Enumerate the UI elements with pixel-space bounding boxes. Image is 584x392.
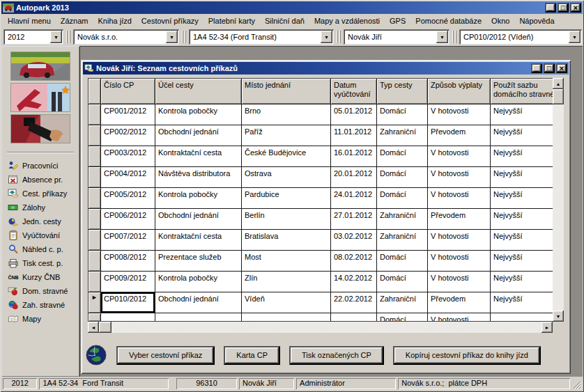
cell-zpusob-vyplaty[interactable]: V hotovosti: [428, 188, 491, 209]
menu-item-gps[interactable]: GPS: [385, 15, 410, 26]
sidebar-item-cest-prikazy[interactable]: Cest. příkazy: [1, 187, 79, 201]
cell-datum[interactable]: 14.02.2012: [331, 272, 377, 292]
cell-zpusob-vyplaty[interactable]: V hotovosti: [428, 251, 491, 272]
chevron-down-icon[interactable]: ▼: [166, 31, 178, 43]
cell-zpusob-vyplaty[interactable]: Převodem: [428, 292, 491, 313]
year-combo[interactable]: 2012 ▼: [3, 29, 63, 45]
cell-misto-jednani[interactable]: Zlín: [242, 272, 331, 292]
company-combo[interactable]: Novák s.r.o. ▼: [73, 29, 179, 45]
cell-cislo-cp[interactable]: CP005/2012: [101, 188, 155, 209]
scroll-left-icon[interactable]: ◄: [88, 322, 99, 333]
cell-misto-jednani[interactable]: Brno: [242, 104, 331, 125]
cell-zpusob-vyplaty[interactable]: V hotovosti: [428, 272, 491, 292]
vyber-cestovni-prikaz-button[interactable]: Vyber cestovní příkaz: [116, 346, 215, 365]
cell-cislo-cp[interactable]: CP003/2012: [101, 146, 155, 167]
header-datum-vyuctovani[interactable]: Datum vyúčtování: [331, 79, 377, 104]
sidebar-item-jedn-cesty[interactable]: Jedn. cesty: [1, 214, 79, 228]
cell-datum[interactable]: 20.01.2012: [331, 167, 377, 188]
close-icon[interactable]: ×: [570, 3, 581, 13]
cell-cislo-cp[interactable]: CP001/2012: [101, 104, 155, 125]
cell-ucel-cesty[interactable]: Kontraktační cesta: [155, 230, 242, 251]
sidebar-item-kurzy-cnb[interactable]: ČNB Kurzy ČNB: [1, 270, 79, 284]
cell-ucel-cesty[interactable]: Kontrola pobočky: [155, 104, 242, 125]
row-selector[interactable]: [89, 104, 101, 125]
row-selector[interactable]: [89, 188, 101, 209]
sidebar-item-zah-stravne[interactable]: Zah. stravné: [1, 298, 79, 312]
cell-datum[interactable]: 16.01.2012: [331, 146, 377, 167]
cell-ucel-cesty[interactable]: Prezentace služeb: [155, 251, 242, 272]
sidebar-item-dom-stravne[interactable]: Dom. stravné: [1, 284, 79, 298]
horizontal-scroll-track[interactable]: [112, 322, 541, 333]
menu-item-napoveda[interactable]: Nápověda: [514, 15, 559, 26]
menu-item-kniha-jizd[interactable]: Kniha jízd: [93, 15, 137, 26]
close-icon[interactable]: ×: [556, 63, 567, 73]
sidebar-item-zalohy[interactable]: Zálohy: [1, 201, 79, 214]
header-ucel-cesty[interactable]: Účel cesty: [155, 79, 242, 104]
table-row[interactable]: CP004/2012Návštěva distributoraOstrava20…: [89, 167, 564, 188]
cell-typ-cesty[interactable]: Domácí: [377, 188, 428, 209]
sidebar-item-mapy[interactable]: Mapy: [1, 312, 79, 326]
table-row[interactable]: CP008/2012Prezentace služebMost08.02.201…: [89, 251, 564, 272]
header-cislo-cp[interactable]: Číslo CP: [101, 79, 155, 104]
sidebar-item-tisk[interactable]: Tisk cest. p.: [1, 256, 79, 270]
menu-item-pomocne-databaze[interactable]: Pomocné databáze: [410, 15, 486, 26]
menu-item-platebni-karty[interactable]: Platební karty: [203, 15, 260, 26]
chevron-down-icon[interactable]: ▼: [569, 31, 581, 43]
cell-zpusob-vyplaty[interactable]: Převodem: [428, 125, 491, 146]
table-row-selected[interactable]: ►CP010/2012Obchodní jednáníVídeň22.02.20…: [89, 292, 564, 313]
cell-zpusob-vyplaty[interactable]: Převodem: [428, 209, 491, 230]
driver-combo[interactable]: Novák Jiří ▼: [344, 29, 449, 45]
menu-item-silnicni-dan[interactable]: Silniční daň: [260, 15, 309, 26]
karta-cp-button[interactable]: Karta CP: [224, 346, 280, 365]
row-selector[interactable]: [89, 272, 101, 292]
cell-typ-cesty[interactable]: Domácí: [377, 104, 428, 125]
cell-misto-jednani[interactable]: České Budějovice: [242, 146, 331, 167]
vertical-scroll-thumb[interactable]: [553, 89, 564, 104]
cell-datum[interactable]: 08.02.2012: [331, 251, 377, 272]
cell-ucel-cesty[interactable]: Kontraktační cesta: [155, 146, 242, 167]
cell-cislo-cp[interactable]: [101, 313, 155, 322]
cell-ucel-cesty[interactable]: Obchodní jednání: [155, 209, 242, 230]
cell-typ-cesty[interactable]: Domácí: [377, 146, 428, 167]
maximize-icon[interactable]: □: [558, 3, 569, 13]
minimize-icon[interactable]: _: [531, 63, 542, 73]
cell-zpusob-vyplaty[interactable]: V hotovosti: [428, 313, 491, 322]
vertical-scrollbar[interactable]: ▲ ▼: [553, 78, 564, 322]
menu-item-mapy-a-vzdalenosti[interactable]: Mapy a vzdálenosti: [309, 15, 385, 26]
table-row[interactable]: CP002/2012Obchodní jednáníPaříž11.01.201…: [89, 125, 564, 146]
cell-datum[interactable]: 05.01.2012: [331, 104, 377, 125]
resize-grip-icon[interactable]: [572, 380, 581, 389]
cell-datum[interactable]: 03.02.2012: [331, 230, 377, 251]
scroll-up-icon[interactable]: ▲: [553, 78, 564, 89]
table-row[interactable]: CP009/2012Kontrola pobočkyZlín14.02.2012…: [89, 272, 564, 292]
cell-typ-cesty[interactable]: Zahraniční: [377, 125, 428, 146]
table-row[interactable]: CP005/2012Kontrola pobočkyPardubice24.01…: [89, 188, 564, 209]
sidebar-item-vyuctovani[interactable]: Vyúčtování: [1, 228, 79, 242]
cell-misto-jednani[interactable]: Most: [242, 251, 331, 272]
cell-datum[interactable]: 27.01.2012: [331, 209, 377, 230]
cell-typ-cesty[interactable]: Zahraniční: [377, 209, 428, 230]
kopiruj-cestovni-prikaz-button[interactable]: Kopíruj cestovní příkaz do knihy jízd: [393, 346, 541, 365]
cell-cislo-cp[interactable]: CP006/2012: [101, 209, 155, 230]
cell-datum[interactable]: 24.01.2012: [331, 188, 377, 209]
sidebar-item-absence[interactable]: Absence pr.: [1, 173, 79, 187]
sidebar-item-pracovnici[interactable]: Pracovníci: [1, 159, 79, 173]
table-row[interactable]: CP006/2012Obchodní jednáníBerlín27.01.20…: [89, 209, 564, 230]
cell-zpusob-vyplaty[interactable]: V hotovosti: [428, 146, 491, 167]
cell-datum[interactable]: 22.02.2012: [331, 292, 377, 313]
cell-zpusob-vyplaty[interactable]: V hotovosti: [428, 230, 491, 251]
vertical-scroll-track[interactable]: [553, 104, 564, 311]
maximize-icon[interactable]: □: [544, 63, 555, 73]
cell-zpusob-vyplaty[interactable]: V hotovosti: [428, 104, 491, 125]
cell-datum[interactable]: 11.01.2012: [331, 125, 377, 146]
cell-zpusob-vyplaty[interactable]: V hotovosti: [428, 167, 491, 188]
menu-item-zaznam[interactable]: Záznam: [56, 15, 93, 26]
row-selector[interactable]: ►: [89, 292, 101, 313]
cell-misto-jednani[interactable]: Pardubice: [242, 188, 331, 209]
row-selector[interactable]: [89, 230, 101, 251]
cell-cislo-cp-active[interactable]: CP010/2012: [101, 292, 155, 313]
scroll-down-icon[interactable]: ▼: [553, 311, 564, 322]
cell-typ-cesty[interactable]: Domácí: [377, 251, 428, 272]
table-row[interactable]: CP001/2012Kontrola pobočkyBrno05.01.2012…: [89, 104, 564, 125]
horizontal-scroll-thumb[interactable]: [99, 322, 112, 333]
